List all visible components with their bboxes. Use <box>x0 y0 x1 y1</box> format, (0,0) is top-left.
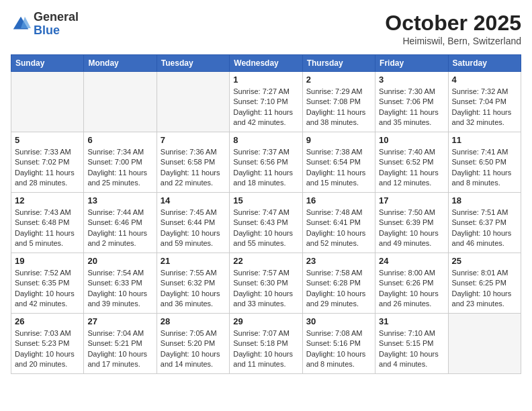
location-subtitle: Heimiswil, Bern, Switzerland <box>385 36 521 46</box>
day-info: Sunrise: 7:54 AM Sunset: 6:33 PM Dayligh… <box>87 268 152 310</box>
calendar-cell: 18Sunrise: 7:51 AM Sunset: 6:37 PM Dayli… <box>448 193 521 253</box>
calendar-cell: 23Sunrise: 7:58 AM Sunset: 6:28 PM Dayli… <box>302 253 375 314</box>
day-info: Sunrise: 7:58 AM Sunset: 6:28 PM Dayligh… <box>306 268 371 310</box>
day-info: Sunrise: 7:38 AM Sunset: 6:54 PM Dayligh… <box>306 147 371 189</box>
day-info: Sunrise: 8:01 AM Sunset: 6:25 PM Dayligh… <box>452 268 517 310</box>
calendar-cell: 5Sunrise: 7:33 AM Sunset: 7:02 PM Daylig… <box>11 132 84 193</box>
day-number: 15 <box>233 195 298 205</box>
day-number: 2 <box>306 75 371 85</box>
calendar-cell: 2Sunrise: 7:29 AM Sunset: 7:08 PM Daylig… <box>302 72 375 132</box>
day-info: Sunrise: 7:04 AM Sunset: 5:21 PM Dayligh… <box>87 328 152 370</box>
calendar-cell: 3Sunrise: 7:30 AM Sunset: 7:06 PM Daylig… <box>375 72 448 132</box>
day-of-week-header: Saturday <box>448 55 521 72</box>
day-info: Sunrise: 7:27 AM Sunset: 7:10 PM Dayligh… <box>233 87 298 128</box>
day-number: 26 <box>15 316 80 326</box>
day-number: 8 <box>233 135 298 145</box>
day-info: Sunrise: 7:48 AM Sunset: 6:41 PM Dayligh… <box>306 208 371 249</box>
day-info: Sunrise: 7:43 AM Sunset: 6:48 PM Dayligh… <box>15 208 80 249</box>
page-header: General Blue October 2025 Heimiswil, Ber… <box>11 11 521 46</box>
calendar-cell: 27Sunrise: 7:04 AM Sunset: 5:21 PM Dayli… <box>84 314 157 374</box>
day-number: 22 <box>233 256 298 266</box>
calendar-table: SundayMondayTuesdayWednesdayThursdayFrid… <box>11 54 521 374</box>
day-number: 31 <box>379 316 444 326</box>
calendar-cell: 15Sunrise: 7:47 AM Sunset: 6:43 PM Dayli… <box>230 193 302 253</box>
day-of-week-header: Wednesday <box>230 55 302 72</box>
day-number: 19 <box>15 256 80 266</box>
logo-blue-text: Blue <box>34 24 79 38</box>
day-of-week-header: Monday <box>84 55 157 72</box>
day-number: 18 <box>452 195 517 205</box>
day-number: 5 <box>15 135 80 145</box>
day-number: 20 <box>87 256 152 266</box>
day-number: 6 <box>87 135 152 145</box>
calendar-cell: 10Sunrise: 7:40 AM Sunset: 6:52 PM Dayli… <box>375 132 448 193</box>
calendar-cell: 30Sunrise: 7:08 AM Sunset: 5:16 PM Dayli… <box>302 314 375 374</box>
calendar-cell: 8Sunrise: 7:37 AM Sunset: 6:56 PM Daylig… <box>230 132 302 193</box>
week-row: 26Sunrise: 7:03 AM Sunset: 5:23 PM Dayli… <box>11 314 521 374</box>
calendar-cell: 14Sunrise: 7:45 AM Sunset: 6:44 PM Dayli… <box>157 193 229 253</box>
calendar-cell <box>157 72 229 132</box>
day-info: Sunrise: 7:32 AM Sunset: 7:04 PM Dayligh… <box>452 87 517 128</box>
calendar-cell: 13Sunrise: 7:44 AM Sunset: 6:46 PM Dayli… <box>84 193 157 253</box>
day-info: Sunrise: 7:50 AM Sunset: 6:39 PM Dayligh… <box>379 208 444 249</box>
day-info: Sunrise: 7:55 AM Sunset: 6:32 PM Dayligh… <box>161 268 226 310</box>
day-info: Sunrise: 7:47 AM Sunset: 6:43 PM Dayligh… <box>233 208 298 249</box>
day-info: Sunrise: 7:41 AM Sunset: 6:50 PM Dayligh… <box>452 147 517 189</box>
day-of-week-header: Tuesday <box>157 55 229 72</box>
day-info: Sunrise: 7:34 AM Sunset: 7:00 PM Dayligh… <box>87 147 152 189</box>
day-info: Sunrise: 7:10 AM Sunset: 5:15 PM Dayligh… <box>379 328 444 370</box>
calendar-cell: 12Sunrise: 7:43 AM Sunset: 6:48 PM Dayli… <box>11 193 84 253</box>
day-of-week-header: Thursday <box>302 55 375 72</box>
day-number: 3 <box>379 75 444 85</box>
day-info: Sunrise: 7:57 AM Sunset: 6:30 PM Dayligh… <box>233 268 298 310</box>
day-number: 12 <box>15 195 80 205</box>
calendar-cell: 29Sunrise: 7:07 AM Sunset: 5:18 PM Dayli… <box>230 314 302 374</box>
calendar-cell: 28Sunrise: 7:05 AM Sunset: 5:20 PM Dayli… <box>157 314 229 374</box>
week-row: 12Sunrise: 7:43 AM Sunset: 6:48 PM Dayli… <box>11 193 521 253</box>
calendar-cell: 1Sunrise: 7:27 AM Sunset: 7:10 PM Daylig… <box>230 72 302 132</box>
day-number: 9 <box>306 135 371 145</box>
day-number: 28 <box>161 316 226 326</box>
calendar-cell: 26Sunrise: 7:03 AM Sunset: 5:23 PM Dayli… <box>11 314 84 374</box>
day-number: 13 <box>87 195 152 205</box>
day-info: Sunrise: 7:30 AM Sunset: 7:06 PM Dayligh… <box>379 87 444 128</box>
day-number: 23 <box>306 256 371 266</box>
day-number: 25 <box>452 256 517 266</box>
calendar-cell <box>84 72 157 132</box>
day-of-week-header: Sunday <box>11 55 84 72</box>
week-row: 19Sunrise: 7:52 AM Sunset: 6:35 PM Dayli… <box>11 253 521 314</box>
day-of-week-header: Friday <box>375 55 448 72</box>
day-info: Sunrise: 7:29 AM Sunset: 7:08 PM Dayligh… <box>306 87 371 128</box>
day-number: 4 <box>452 75 517 85</box>
calendar-header-row: SundayMondayTuesdayWednesdayThursdayFrid… <box>11 55 521 72</box>
day-number: 11 <box>452 135 517 145</box>
day-number: 24 <box>379 256 444 266</box>
title-block: October 2025 Heimiswil, Bern, Switzerlan… <box>385 11 521 46</box>
logo-general-text: General <box>34 11 79 24</box>
day-info: Sunrise: 7:05 AM Sunset: 5:20 PM Dayligh… <box>161 328 226 370</box>
day-info: Sunrise: 7:36 AM Sunset: 6:58 PM Dayligh… <box>161 147 226 189</box>
calendar-cell <box>11 72 84 132</box>
day-number: 29 <box>233 316 298 326</box>
calendar-cell: 22Sunrise: 7:57 AM Sunset: 6:30 PM Dayli… <box>230 253 302 314</box>
logo: General Blue <box>11 11 79 38</box>
calendar-cell: 19Sunrise: 7:52 AM Sunset: 6:35 PM Dayli… <box>11 253 84 314</box>
day-info: Sunrise: 7:40 AM Sunset: 6:52 PM Dayligh… <box>379 147 444 189</box>
day-number: 10 <box>379 135 444 145</box>
day-info: Sunrise: 7:08 AM Sunset: 5:16 PM Dayligh… <box>306 328 371 370</box>
calendar-cell: 24Sunrise: 8:00 AM Sunset: 6:26 PM Dayli… <box>375 253 448 314</box>
calendar-cell: 9Sunrise: 7:38 AM Sunset: 6:54 PM Daylig… <box>302 132 375 193</box>
day-info: Sunrise: 8:00 AM Sunset: 6:26 PM Dayligh… <box>379 268 444 310</box>
month-title: October 2025 <box>385 11 521 36</box>
day-number: 17 <box>379 195 444 205</box>
day-info: Sunrise: 7:37 AM Sunset: 6:56 PM Dayligh… <box>233 147 298 189</box>
day-number: 30 <box>306 316 371 326</box>
day-number: 21 <box>161 256 226 266</box>
day-info: Sunrise: 7:07 AM Sunset: 5:18 PM Dayligh… <box>233 328 298 370</box>
day-info: Sunrise: 7:33 AM Sunset: 7:02 PM Dayligh… <box>15 147 80 189</box>
day-info: Sunrise: 7:44 AM Sunset: 6:46 PM Dayligh… <box>87 208 152 249</box>
calendar-cell: 17Sunrise: 7:50 AM Sunset: 6:39 PM Dayli… <box>375 193 448 253</box>
day-number: 7 <box>161 135 226 145</box>
calendar-cell: 6Sunrise: 7:34 AM Sunset: 7:00 PM Daylig… <box>84 132 157 193</box>
calendar-cell: 21Sunrise: 7:55 AM Sunset: 6:32 PM Dayli… <box>157 253 229 314</box>
